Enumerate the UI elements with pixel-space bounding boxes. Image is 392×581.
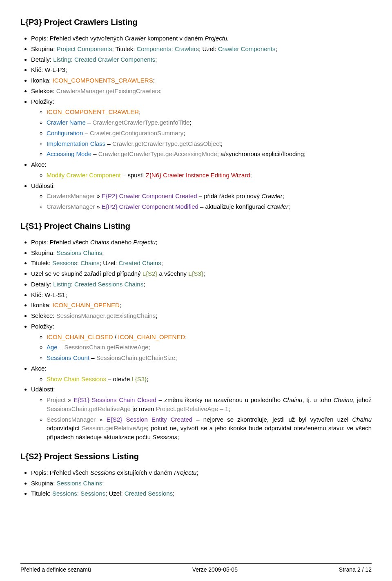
- item-uzel: Uzel se ve skupině zařadí před případný …: [31, 269, 372, 278]
- item-popis: Popis: Přehled všech vytvořených Crawler…: [31, 34, 372, 43]
- pol-b: Crawler Name – Crawler.getCrawlerType.ge…: [47, 118, 372, 127]
- list-s2: Popis: Přehled všech Sessions existující…: [31, 468, 372, 498]
- item-detaily: Detaily: Listing: Created Sessions Chain…: [31, 280, 372, 289]
- item-udalosti: Události: Project » E{S1} Sessions Chain…: [31, 385, 372, 442]
- item-selekce: Selekce: CrawlersManager.getExistingCraw…: [31, 87, 372, 96]
- heading-s1: L{S1} Project Chains Listing: [20, 220, 372, 232]
- item-ikonka: Ikonka: ICON_CHAIN_OPENED;: [31, 301, 372, 310]
- pol-d: Implementation Class – Crawler.getCrawle…: [47, 139, 372, 148]
- item-detaily: Detaily: Listing: Created Crawler Compon…: [31, 55, 372, 64]
- item-skupina: Skupina: Sessions Chains;: [31, 248, 372, 257]
- item-skupina: Skupina: Project Components; Titulek: Co…: [31, 45, 372, 54]
- item-skupina: Skupina: Sessions Chains;: [31, 479, 372, 488]
- heading-p3: L{P3} Project Crawlers Listing: [20, 16, 372, 28]
- pol-b: Age – SessionsChain.getRelativeAge;: [47, 343, 372, 352]
- item-selekce: Selekce: SessionsManager.getExistingChai…: [31, 311, 372, 320]
- item-akce: Akce: Modify Crawler Component – spustí …: [31, 160, 372, 180]
- item-akce: Akce: Show Chain Sessions – otevře L{S3}…: [31, 364, 372, 384]
- pol-a: ICON_COMPONENT_CRAWLER;: [47, 107, 372, 116]
- item-popis: Popis: Přehled všech Sessions existující…: [31, 468, 372, 477]
- ud-a: CrawlersManager » E{P2} Crawler Componen…: [47, 192, 372, 201]
- item-ikonka: Ikonka: ICON_COMPONENTS_CRAWLERS;: [31, 76, 372, 85]
- ak-a: Show Chain Sessions – otevře L{S3};: [47, 375, 372, 384]
- item-klic: Klíč: W-L-P3;: [31, 65, 372, 74]
- item-klic: Klíč: W-L-S1;: [31, 290, 372, 299]
- item-polozky: Položky: ICON_CHAIN_CLOSED / ICON_CHAIN_…: [31, 322, 372, 362]
- ak-a: Modify Crawler Component – spustí Z{N6} …: [47, 171, 372, 180]
- list-p3: Popis: Přehled všech vytvořených Crawler…: [31, 34, 372, 211]
- ud-b: CrawlersManager » E{P2} Crawler Componen…: [47, 202, 372, 211]
- ud-b: SessionsManager » E{S2} Session Entity C…: [47, 415, 372, 442]
- pol-a: ICON_CHAIN_CLOSED / ICON_CHAIN_OPENED;: [47, 333, 372, 342]
- ud-a: Project » E{S1} Sessions Chain Closed – …: [47, 396, 372, 413]
- pol-e: Accessing Mode – Crawler.getCrawlerType.…: [47, 150, 372, 159]
- list-s1: Popis: Přehled všech Chains daného Proje…: [31, 238, 372, 442]
- pol-c: Configuration – Crawler.getConfiguration…: [47, 129, 372, 138]
- heading-s2: L{S2} Project Sessions Listing: [20, 451, 372, 463]
- item-udalosti: Události: CrawlersManager » E{P2} Crawle…: [31, 181, 372, 211]
- pol-c: Sessions Count – SessionsChain.getChainS…: [47, 353, 372, 362]
- item-titulek: Titulek: Sessions: Chains; Uzel: Created…: [31, 259, 372, 268]
- item-polozky: Položky: ICON_COMPONENT_CRAWLER; Crawler…: [31, 97, 372, 159]
- item-titulek: Titulek: Sessions: Sessions; Uzel: Creat…: [31, 489, 372, 498]
- item-popis: Popis: Přehled všech Chains daného Proje…: [31, 238, 372, 247]
